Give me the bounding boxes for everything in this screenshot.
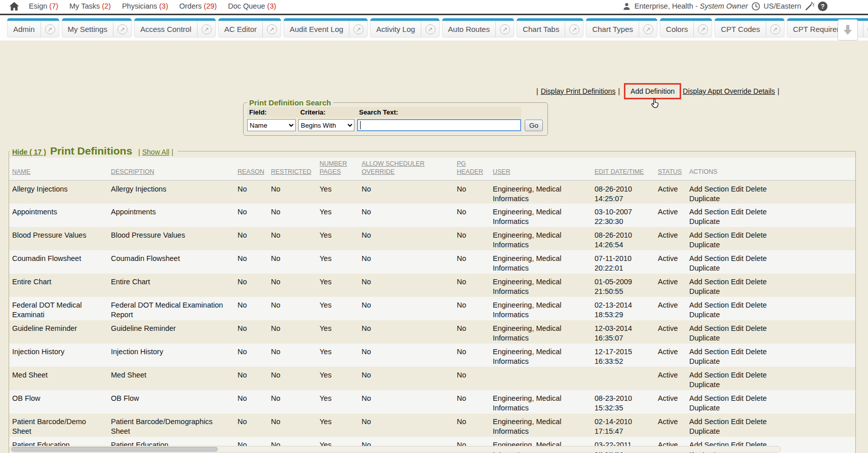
tab-admin[interactable]: Admin↗ bbox=[7, 18, 59, 37]
home-icon[interactable] bbox=[9, 2, 19, 11]
nav-physicians[interactable]: Physicians (3) bbox=[122, 2, 168, 10]
open-new-window-icon[interactable]: ↗ bbox=[863, 21, 868, 37]
col-header-label[interactable]: NAME bbox=[12, 168, 30, 175]
action-duplicate[interactable]: Duplicate bbox=[689, 241, 720, 249]
tab-overflow-button[interactable] bbox=[838, 19, 858, 41]
col-header-pg-header[interactable]: PG HEADER bbox=[454, 158, 490, 180]
action-duplicate[interactable]: Duplicate bbox=[689, 264, 720, 272]
tab-cpt-codes[interactable]: CPT Codes↗ bbox=[715, 18, 784, 37]
action-delete[interactable]: Delete bbox=[745, 301, 767, 309]
action-delete[interactable]: Delete bbox=[745, 324, 767, 332]
col-header-label[interactable]: ALLOW SCHEDULER OVERRIDE bbox=[362, 160, 424, 175]
col-header-user[interactable]: USER bbox=[490, 158, 591, 180]
col-header-edit-date-time[interactable]: EDIT DATE/TIME bbox=[591, 158, 655, 180]
open-new-window-icon[interactable]: ↗ bbox=[113, 21, 132, 37]
action-add-section[interactable]: Add Section bbox=[689, 208, 729, 216]
col-header-label[interactable]: NUMBER PAGES bbox=[320, 160, 347, 175]
search-input[interactable] bbox=[357, 119, 521, 131]
action-delete[interactable]: Delete bbox=[745, 231, 767, 239]
action-edit[interactable]: Edit bbox=[731, 231, 743, 239]
action-edit[interactable]: Edit bbox=[731, 254, 743, 262]
open-new-window-icon[interactable]: ↗ bbox=[693, 21, 712, 37]
nav-doc-queue[interactable]: Doc Queue (3) bbox=[228, 2, 276, 10]
action-edit[interactable]: Edit bbox=[731, 394, 743, 402]
display-appt-override-link[interactable]: Display Appt Override Details bbox=[683, 87, 775, 95]
action-duplicate[interactable]: Duplicate bbox=[689, 217, 720, 225]
action-add-section[interactable]: Add Section bbox=[689, 231, 729, 239]
col-header-label[interactable]: EDIT DATE/TIME bbox=[595, 168, 644, 175]
action-delete[interactable]: Delete bbox=[745, 208, 767, 216]
open-new-window-icon[interactable]: ↗ bbox=[639, 21, 657, 37]
action-delete[interactable]: Delete bbox=[745, 185, 767, 193]
action-delete[interactable]: Delete bbox=[745, 394, 767, 402]
col-header-description[interactable]: DESCRIPTION bbox=[108, 158, 234, 180]
action-add-section[interactable]: Add Section bbox=[689, 324, 729, 332]
open-new-window-icon[interactable]: ↗ bbox=[197, 21, 216, 37]
col-header-label[interactable]: DESCRIPTION bbox=[111, 168, 154, 175]
field-select[interactable]: Name bbox=[247, 119, 296, 131]
tab-chart-tabs[interactable]: Chart Tabs↗ bbox=[517, 18, 583, 37]
col-header-status[interactable]: STATUS bbox=[655, 158, 686, 180]
help-icon[interactable]: ? bbox=[818, 2, 827, 11]
open-new-window-icon[interactable]: ↗ bbox=[262, 21, 281, 37]
open-new-window-icon[interactable]: ↗ bbox=[766, 21, 784, 37]
action-edit[interactable]: Edit bbox=[731, 208, 743, 216]
action-duplicate[interactable]: Duplicate bbox=[689, 427, 720, 435]
action-duplicate[interactable]: Duplicate bbox=[689, 404, 720, 412]
display-print-definitions-link[interactable]: Display Print Definitions bbox=[541, 87, 616, 95]
tab-chart-types[interactable]: Chart Types↗ bbox=[586, 18, 657, 37]
tab-activity-log[interactable]: Activity Log↗ bbox=[370, 18, 440, 37]
action-duplicate[interactable]: Duplicate bbox=[689, 195, 720, 203]
action-edit[interactable]: Edit bbox=[731, 185, 743, 193]
col-header-label[interactable]: USER bbox=[493, 168, 510, 175]
action-edit[interactable]: Edit bbox=[731, 324, 743, 332]
col-header-reason[interactable]: REASON bbox=[234, 158, 268, 180]
action-add-section[interactable]: Add Section bbox=[689, 371, 729, 379]
open-new-window-icon[interactable]: ↗ bbox=[41, 21, 59, 37]
action-edit[interactable]: Edit bbox=[731, 371, 743, 379]
action-duplicate[interactable]: Duplicate bbox=[689, 287, 720, 295]
open-new-window-icon[interactable]: ↗ bbox=[495, 21, 514, 37]
action-edit[interactable]: Edit bbox=[731, 301, 743, 309]
action-duplicate[interactable]: Duplicate bbox=[689, 357, 720, 365]
action-add-section[interactable]: Add Section bbox=[689, 418, 729, 426]
col-header-name[interactable]: NAME bbox=[9, 158, 108, 180]
action-delete[interactable]: Delete bbox=[745, 254, 767, 262]
horizontal-scrollbar-thumb[interactable] bbox=[11, 447, 218, 451]
action-add-section[interactable]: Add Section bbox=[689, 301, 729, 309]
open-new-window-icon[interactable]: ↗ bbox=[565, 21, 583, 37]
add-definition-link[interactable]: Add Definition bbox=[630, 87, 675, 95]
nav-orders[interactable]: Orders (29) bbox=[179, 2, 217, 10]
action-add-section[interactable]: Add Section bbox=[689, 185, 729, 193]
tab-colors[interactable]: Colors↗ bbox=[660, 18, 712, 37]
action-delete[interactable]: Delete bbox=[745, 278, 767, 286]
nav-esign[interactable]: Esign (7) bbox=[29, 2, 58, 10]
hide-link[interactable]: Hide ( 17 ) bbox=[12, 148, 46, 156]
action-delete[interactable]: Delete bbox=[745, 348, 767, 356]
tab-my-settings[interactable]: My Settings↗ bbox=[62, 18, 132, 37]
action-duplicate[interactable]: Duplicate bbox=[689, 334, 720, 342]
action-duplicate[interactable]: Duplicate bbox=[689, 381, 720, 389]
tab-access-control[interactable]: Access Control↗ bbox=[134, 18, 216, 37]
action-add-section[interactable]: Add Section bbox=[689, 278, 729, 286]
col-header-allow-scheduler-override[interactable]: ALLOW SCHEDULER OVERRIDE bbox=[359, 158, 454, 180]
action-edit[interactable]: Edit bbox=[731, 278, 743, 286]
tab-ac-editor[interactable]: AC Editor↗ bbox=[218, 18, 281, 37]
col-header-label[interactable]: PG HEADER bbox=[457, 160, 483, 175]
wand-icon[interactable] bbox=[805, 2, 814, 11]
col-header-label[interactable]: RESTRICTED bbox=[271, 168, 311, 175]
col-header-label[interactable]: STATUS bbox=[658, 168, 682, 175]
col-header-label[interactable]: REASON bbox=[238, 168, 264, 175]
criteria-select[interactable]: Begins With bbox=[298, 119, 354, 131]
nav-my-tasks[interactable]: My Tasks (2) bbox=[69, 2, 111, 10]
action-add-section[interactable]: Add Section bbox=[689, 394, 729, 402]
open-new-window-icon[interactable]: ↗ bbox=[421, 21, 440, 37]
open-new-window-icon[interactable]: ↗ bbox=[349, 21, 368, 37]
action-add-section[interactable]: Add Section bbox=[689, 254, 729, 262]
tab-audit-event-log[interactable]: Audit Event Log↗ bbox=[284, 18, 368, 37]
col-header-number-pages[interactable]: NUMBER PAGES bbox=[317, 158, 359, 180]
action-delete[interactable]: Delete bbox=[745, 418, 767, 426]
show-all-link[interactable]: Show All bbox=[142, 148, 170, 156]
action-edit[interactable]: Edit bbox=[731, 418, 743, 426]
action-delete[interactable]: Delete bbox=[745, 371, 767, 379]
